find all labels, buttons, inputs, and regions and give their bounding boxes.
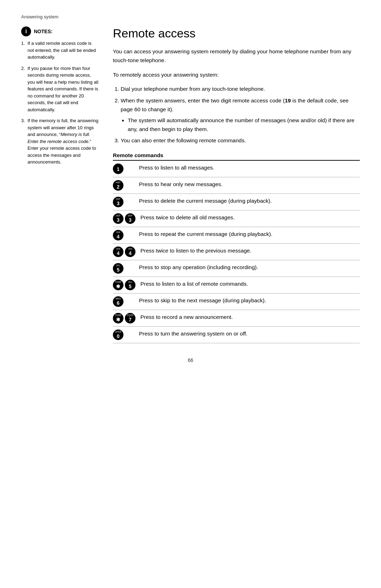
command-keys-7: JKL 5 [113,263,134,274]
key-4: GHI 4 [113,230,123,240]
command-row-11: OPER 0 Press to turn the answering syste… [113,327,360,343]
note-item-3: 3. If the memory is full, the answering … [21,117,99,166]
layout: i NOTES: 1. If a valid remote access cod… [21,26,360,343]
key-4b: GHI 4 [125,247,135,257]
page-number: 66 [21,357,360,363]
command-row-2: ABC 2 Press to hear only new messages. [113,177,360,194]
command-row-8: TONE ✱ JKL 5 Press to listen to a list o… [113,277,360,293]
command-keys-6: GHI 4 GHI 4 [113,247,135,257]
command-keys-5: GHI 4 [113,230,134,240]
info-icon: i [21,26,31,36]
sidebar: i NOTES: 1. If a valid remote access cod… [21,26,99,343]
command-desc-2: Press to hear only new messages. [139,180,360,189]
key-3a: DEF 3 [113,213,123,224]
step-2-bullet-1: The system will automatically announce t… [128,116,360,134]
key-7: PQRS 7 [125,313,135,323]
note-item-1: 1. If a valid remote access code is not … [21,40,99,61]
key-5b: JKL 5 [125,280,135,290]
command-row-6: GHI 4 GHI 4 Press twice to listen to the… [113,244,360,260]
command-desc-4: Press twice to delete all old messages. [140,213,360,222]
command-desc-1: Press to listen to all messages. [139,164,360,172]
page-title: Remote access [113,26,360,40]
command-row-10: TONE ✱ PQRS 7 Press to record a new anno… [113,310,360,327]
step-1: Dial your telephone number from any touc… [121,85,360,94]
notes-list: 1. If a valid remote access code is not … [21,40,99,166]
to-access-label: To remotely access your answering system… [113,71,360,79]
key-5: JKL 5 [113,263,123,274]
command-desc-7: Press to stop any operation (including r… [139,263,360,272]
command-keys-10: TONE ✱ PQRS 7 [113,313,135,323]
notes-title: NOTES: [34,29,53,34]
step-3: You can also enter the following remote … [121,136,360,145]
command-desc-10: Press to record a new announcement. [140,313,360,321]
notes-header: i NOTES: [21,26,99,36]
key-star-b: TONE ✱ [113,313,123,323]
command-desc-8: Press to listen to a list of remote comm… [140,280,360,288]
key-1: 1 [113,164,123,174]
steps-list: Dial your telephone number from any touc… [113,85,360,145]
command-row-1: 1 Press to listen to all messages. [113,161,360,177]
command-row-9: MNO 6 Press to skip to the next message … [113,293,360,310]
command-desc-11: Press to turn the answering system on or… [139,329,360,338]
page: Answering system i NOTES: 1. If a valid … [0,0,381,588]
command-keys-2: ABC 2 [113,180,134,191]
note-item-2: 2. If you pause for more than four secon… [21,65,99,113]
key-4a: GHI 4 [113,247,123,257]
command-desc-6: Press twice to listen to the previous me… [140,247,360,255]
key-3: DEF 3 [113,197,123,207]
command-keys-11: OPER 0 [113,329,134,340]
command-keys-4: DEF 3 DEF 3 [113,213,135,224]
top-label: Answering system [21,14,360,19]
command-row-7: JKL 5 Press to stop any operation (inclu… [113,260,360,277]
commands-title: Remote commands [113,152,360,161]
commands-section: Remote commands 1 Press to listen to all… [113,152,360,343]
key-star-a: TONE ✱ [113,280,123,290]
step-2: When the system answers, enter the two d… [121,96,360,133]
key-2: ABC 2 [113,180,123,191]
key-3b: DEF 3 [125,213,135,224]
command-keys-3: DEF 3 [113,197,134,207]
intro-paragraph: You can access your answering system rem… [113,47,360,65]
command-keys-1: 1 [113,164,134,174]
command-row-3: DEF 3 Press to delete the current messag… [113,194,360,210]
command-keys-8: TONE ✱ JKL 5 [113,280,135,290]
key-6: MNO 6 [113,296,123,307]
command-row-5: GHI 4 Press to repeat the current messag… [113,227,360,244]
command-desc-3: Press to delete the current message (dur… [139,197,360,205]
main-content: Remote access You can access your answer… [113,26,360,343]
command-desc-9: Press to skip to the next message (durin… [139,296,360,305]
command-desc-5: Press to repeat the current message (dur… [139,230,360,238]
step-2-bullets: The system will automatically announce t… [121,116,360,134]
command-row-4: DEF 3 DEF 3 Press twice to delete all ol… [113,210,360,227]
command-keys-9: MNO 6 [113,296,134,307]
key-0: OPER 0 [113,329,123,340]
